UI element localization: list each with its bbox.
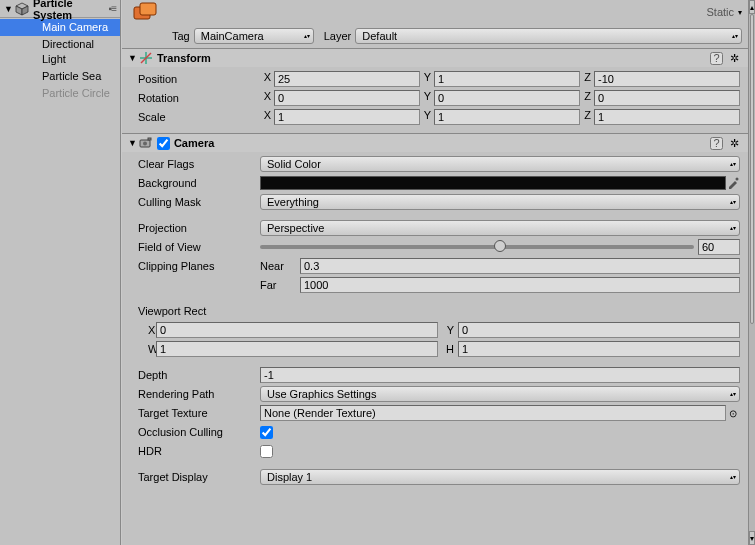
target-texture-label: Target Texture	[130, 407, 260, 419]
gear-icon[interactable]: ✲	[726, 51, 742, 65]
position-label: Position	[130, 73, 260, 85]
foldout-icon[interactable]: ▼	[128, 53, 137, 63]
viewport-w-input[interactable]	[156, 341, 438, 357]
scrollbar-thumb[interactable]	[750, 14, 754, 324]
target-display-label: Target Display	[130, 471, 260, 483]
rotation-z-input[interactable]	[594, 90, 740, 106]
svg-point-5	[143, 142, 147, 146]
vp-y-label: Y	[438, 324, 458, 336]
depth-label: Depth	[130, 369, 260, 381]
vp-w-label: W	[130, 343, 156, 355]
help-icon[interactable]: ?	[708, 136, 724, 150]
hierarchy-list: Main CameraDirectional LightParticle Sea…	[0, 18, 120, 102]
rotation-label: Rotation	[130, 92, 260, 104]
scroll-up-icon[interactable]: ▴	[749, 0, 755, 14]
fov-slider[interactable]	[260, 245, 694, 249]
inspector-panel: Static ▾ Tag MainCamera ▴▾ Layer Default…	[121, 0, 748, 545]
svg-rect-6	[148, 138, 151, 140]
layer-label: Layer	[324, 30, 352, 42]
hierarchy-item[interactable]: Main Camera	[0, 19, 120, 36]
rotation-y-input[interactable]	[434, 90, 580, 106]
scale-label: Scale	[130, 111, 260, 123]
occlusion-culling-checkbox[interactable]	[260, 426, 273, 439]
fov-label: Field of View	[130, 241, 260, 253]
hierarchy-title: Particle System	[33, 0, 109, 21]
svg-text:?: ?	[713, 52, 719, 64]
object-picker-icon[interactable]: ⊙	[726, 408, 740, 419]
scroll-down-icon[interactable]: ▾	[749, 531, 755, 545]
viewport-y-input[interactable]	[458, 322, 740, 338]
help-icon[interactable]: ?	[708, 51, 724, 65]
panel-menu-icon[interactable]: ▪≡	[109, 3, 116, 14]
viewport-x-input[interactable]	[156, 322, 438, 338]
occlusion-culling-label: Occlusion Culling	[130, 426, 260, 438]
clear-flags-label: Clear Flags	[130, 158, 260, 170]
svg-point-9	[736, 178, 739, 181]
far-input[interactable]	[300, 277, 740, 293]
hierarchy-header: ▼ Particle System ▪≡	[0, 0, 120, 18]
culling-mask-label: Culling Mask	[130, 196, 260, 208]
static-dropdown-icon[interactable]: ▾	[738, 8, 742, 17]
gear-icon[interactable]: ✲	[726, 136, 742, 150]
hierarchy-item[interactable]: Directional Light	[0, 36, 120, 68]
camera-title: Camera	[174, 137, 706, 149]
depth-input[interactable]	[260, 367, 740, 383]
far-label: Far	[260, 279, 300, 291]
transform-component: ▼ Transform ? ✲ Position X Y Z Rotation …	[122, 48, 748, 133]
svg-rect-1	[140, 3, 156, 15]
camera-header[interactable]: ▼ Camera ? ✲	[122, 134, 748, 152]
inspector-header: Static ▾ Tag MainCamera ▴▾ Layer Default…	[122, 0, 748, 48]
hierarchy-panel: ▼ Particle System ▪≡ Main CameraDirectio…	[0, 0, 121, 545]
hierarchy-item[interactable]: Particle Circle	[0, 85, 120, 102]
hdr-label: HDR	[130, 445, 260, 457]
transform-header[interactable]: ▼ Transform ? ✲	[122, 49, 748, 67]
gameobject-icon	[130, 0, 162, 24]
hierarchy-item[interactable]: Particle Sea	[0, 68, 120, 85]
viewport-h-input[interactable]	[458, 341, 740, 357]
tag-label: Tag	[172, 30, 190, 42]
rotation-x-input[interactable]	[274, 90, 420, 106]
scene-icon	[15, 2, 29, 16]
position-x-input[interactable]	[274, 71, 420, 87]
rendering-path-dropdown[interactable]: Use Graphics Settings▴▾	[260, 386, 740, 402]
tag-dropdown[interactable]: MainCamera ▴▾	[194, 28, 314, 44]
layer-dropdown[interactable]: Default ▴▾	[355, 28, 742, 44]
static-label: Static	[706, 6, 734, 18]
clear-flags-dropdown[interactable]: Solid Color▴▾	[260, 156, 740, 172]
transform-icon	[139, 51, 153, 65]
near-input[interactable]	[300, 258, 740, 274]
target-texture-field[interactable]	[260, 405, 726, 421]
scale-x-input[interactable]	[274, 109, 420, 125]
camera-component: ▼ Camera ? ✲ Clear Flags Solid Color▴▾ B…	[122, 133, 748, 493]
transform-title: Transform	[157, 52, 706, 64]
background-label: Background	[130, 177, 260, 189]
hdr-checkbox[interactable]	[260, 445, 273, 458]
camera-enabled-checkbox[interactable]	[157, 137, 170, 150]
svg-text:?: ?	[713, 137, 719, 149]
clipping-planes-label: Clipping Planes	[130, 260, 260, 272]
fov-input[interactable]	[698, 239, 740, 255]
camera-icon	[139, 137, 153, 149]
target-display-dropdown[interactable]: Display 1▴▾	[260, 469, 740, 485]
foldout-icon[interactable]: ▼	[128, 138, 137, 148]
projection-label: Projection	[130, 222, 260, 234]
culling-mask-dropdown[interactable]: Everything▴▾	[260, 194, 740, 210]
inspector-scrollbar[interactable]: ▴ ▾	[748, 0, 755, 545]
viewport-rect-label: Viewport Rect	[130, 305, 260, 317]
position-z-input[interactable]	[594, 71, 740, 87]
projection-dropdown[interactable]: Perspective▴▾	[260, 220, 740, 236]
rendering-path-label: Rendering Path	[130, 388, 260, 400]
near-label: Near	[260, 260, 300, 272]
foldout-icon[interactable]: ▼	[4, 4, 13, 14]
scale-y-input[interactable]	[434, 109, 580, 125]
vp-x-label: X	[130, 324, 156, 336]
scale-z-input[interactable]	[594, 109, 740, 125]
position-y-input[interactable]	[434, 71, 580, 87]
background-color-field[interactable]	[260, 176, 726, 190]
vp-h-label: H	[438, 343, 458, 355]
color-picker-icon[interactable]	[726, 176, 740, 190]
